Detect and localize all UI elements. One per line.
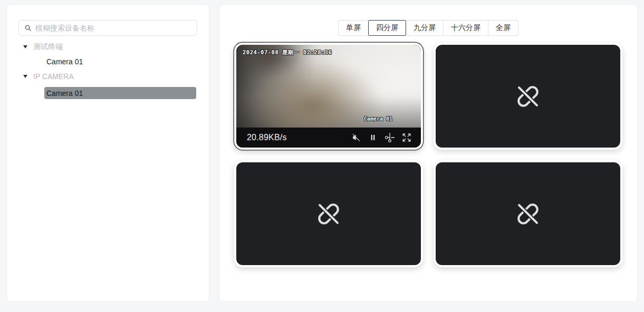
tree-group-label: 测试终端 (33, 42, 63, 52)
video-control-bar: 20.89KB/s (236, 128, 421, 148)
video-viewport: 2024-07-08 星期一 02:28:36 Camera 01 20.89K… (236, 45, 421, 148)
tab-four-split[interactable]: 四分屏 (368, 20, 406, 36)
tab-nine-split[interactable]: 九分屏 (406, 20, 444, 36)
empty-viewport (236, 162, 421, 265)
chevron-down-icon[interactable] (23, 75, 27, 78)
empty-viewport (436, 162, 620, 265)
tree-group-ip-camera[interactable]: IP CAMERA (7, 72, 209, 80)
tree-device-camera01-ip-selected[interactable]: Camera 01 (44, 87, 196, 99)
screen-layout-tabs: 单屏 四分屏 九分屏 十六分屏 全屏 (219, 20, 637, 36)
scissors-icon[interactable] (385, 133, 395, 142)
video-wall-card: 单屏 四分屏 九分屏 十六分屏 全屏 2024-07-08 星期一 02:28:… (219, 4, 638, 302)
device-tree-card: 测试终端 Camera 01 IP CAMERA Camera 01 (6, 4, 209, 302)
device-search-input[interactable] (35, 24, 191, 32)
tab-sixteen-split[interactable]: 十六分屏 (443, 20, 488, 36)
device-tree: 测试终端 Camera 01 IP CAMERA Camera 01 (7, 43, 209, 99)
expand-icon[interactable] (402, 133, 411, 142)
tree-group-terminal[interactable]: 测试终端 (7, 43, 209, 51)
broken-link-icon (312, 198, 345, 230)
broken-link-icon (512, 80, 544, 113)
device-search-box[interactable] (18, 20, 197, 36)
chevron-down-icon[interactable] (23, 45, 27, 48)
tab-full-screen[interactable]: 全屏 (488, 20, 518, 36)
broken-link-icon (512, 198, 544, 230)
video-grid: 2024-07-08 星期一 02:28:36 Camera 01 20.89K… (234, 43, 622, 267)
tab-single-screen[interactable]: 单屏 (338, 20, 369, 36)
pause-icon[interactable] (368, 133, 378, 142)
video-panel-2-empty[interactable] (434, 43, 622, 150)
osd-timestamp: 2024-07-08 星期一 02:28:36 (243, 49, 332, 56)
bitrate-text: 20.89KB/s (247, 133, 287, 142)
video-panel-1-active[interactable]: 2024-07-08 星期一 02:28:36 Camera 01 20.89K… (234, 43, 423, 150)
tree-device-camera01-terminal[interactable]: Camera 01 (44, 57, 196, 65)
empty-viewport (436, 45, 620, 148)
tree-group-label: IP CAMERA (33, 72, 74, 81)
video-panel-4-empty[interactable] (434, 160, 622, 267)
mute-icon[interactable] (351, 133, 361, 142)
osd-camera-label: Camera 01 (364, 116, 392, 122)
search-icon (24, 24, 32, 32)
video-panel-3-empty[interactable] (234, 160, 423, 267)
